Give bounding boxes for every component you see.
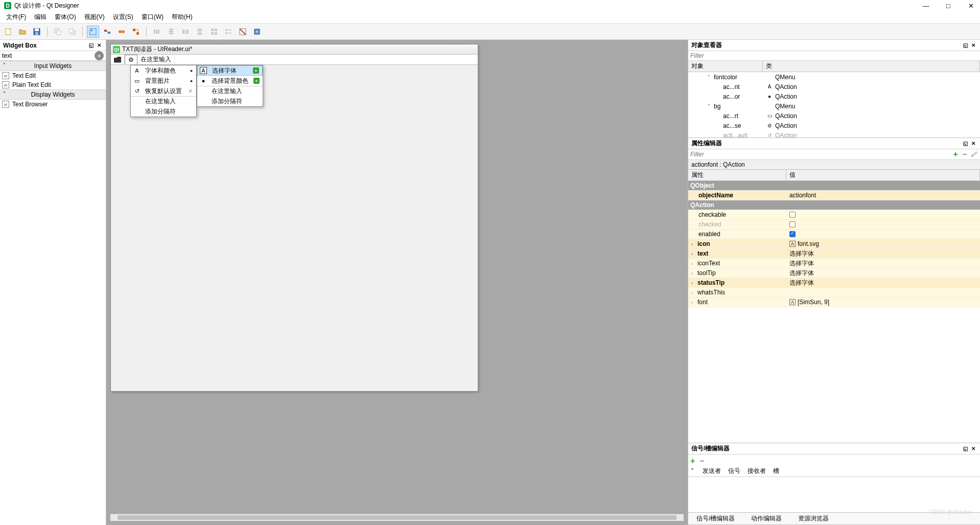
tab-resource-browser[interactable]: 资源浏览器 bbox=[795, 513, 832, 524]
widget-item[interactable]: aIText Browser bbox=[0, 100, 106, 109]
property-row[interactable]: objectNameactionfont bbox=[688, 191, 980, 200]
menu-item[interactable]: ↺恢复默认设置⨯ bbox=[131, 86, 196, 96]
designer-menu-type-here[interactable]: 在这里输入 bbox=[137, 55, 175, 64]
menu-file[interactable]: 文件(F) bbox=[2, 12, 30, 22]
designer-menu-gear-icon[interactable]: ⚙ bbox=[125, 55, 137, 64]
checkbox[interactable] bbox=[789, 231, 796, 237]
property-row[interactable]: ›whatsThis bbox=[688, 288, 980, 298]
checkbox[interactable] bbox=[789, 212, 796, 218]
property-group-header[interactable]: ˅QObject bbox=[688, 181, 980, 191]
property-row[interactable]: ›iconAfont.svg bbox=[688, 239, 980, 249]
clear-search-icon[interactable]: ✕ bbox=[95, 51, 104, 60]
tab-action-editor[interactable]: 动作编辑器 bbox=[748, 513, 785, 524]
menu-help[interactable]: 帮助(H) bbox=[168, 12, 197, 22]
layout-v-icon[interactable] bbox=[165, 26, 177, 38]
menu-form[interactable]: 窗体(O) bbox=[51, 12, 80, 22]
property-row[interactable]: checked bbox=[688, 220, 980, 230]
new-icon[interactable] bbox=[2, 26, 14, 38]
chevron-right-icon[interactable]: › bbox=[691, 261, 697, 266]
widget-section-header[interactable]: ˅Input Widgets bbox=[0, 61, 106, 71]
chevron-right-icon[interactable]: › bbox=[691, 290, 697, 295]
column-header-object[interactable]: 对象 bbox=[688, 61, 763, 72]
undock-icon[interactable]: ◱ bbox=[962, 445, 969, 452]
property-row[interactable]: enabled bbox=[688, 230, 980, 239]
object-tree-row[interactable]: ac...nt A QAction bbox=[688, 82, 980, 92]
close-panel-icon[interactable]: ✕ bbox=[970, 445, 977, 452]
close-button[interactable]: ✕ bbox=[966, 2, 976, 10]
checkbox[interactable] bbox=[789, 221, 796, 227]
menu-view[interactable]: 视图(V) bbox=[80, 12, 109, 22]
add-action-icon[interactable]: + bbox=[253, 78, 260, 84]
menu-item[interactable]: 添加分隔符 bbox=[197, 96, 263, 106]
chevron-right-icon[interactable]: › bbox=[691, 281, 697, 286]
menu-item[interactable]: 在这里输入 bbox=[131, 96, 196, 106]
configure-icon[interactable]: 🖉 bbox=[970, 150, 978, 158]
object-tree-row[interactable]: ac...se ⊘ QAction bbox=[688, 121, 980, 130]
edit-signals-icon[interactable] bbox=[101, 26, 113, 38]
add-action-icon[interactable]: + bbox=[253, 67, 259, 74]
menu-item[interactable]: 在这里输入 bbox=[197, 86, 263, 96]
menu-item[interactable]: 添加分隔符 bbox=[131, 106, 196, 117]
widget-box-search-input[interactable] bbox=[0, 51, 95, 60]
property-row[interactable]: ›text选择字体 bbox=[688, 249, 980, 259]
object-tree-row[interactable]: ˅ bg QMenu bbox=[688, 101, 980, 111]
object-tree-row[interactable]: acti...ault ↺ QAction bbox=[688, 130, 980, 138]
break-layout-icon[interactable] bbox=[237, 26, 249, 38]
menu-window[interactable]: 窗口(W) bbox=[137, 12, 168, 22]
open-icon[interactable] bbox=[16, 26, 29, 38]
widget-item[interactable]: aIText Edit bbox=[0, 71, 106, 80]
property-row[interactable]: ›toolTip选择字体 bbox=[688, 268, 980, 278]
column-header-property[interactable]: 属性 bbox=[688, 170, 786, 180]
property-filter-input[interactable] bbox=[690, 151, 950, 158]
adjust-size-icon[interactable] bbox=[251, 26, 263, 38]
object-tree-row[interactable]: ac...or ● QAction bbox=[688, 92, 980, 101]
chevron-right-icon[interactable]: › bbox=[691, 271, 697, 276]
layout-vsplit-icon[interactable] bbox=[194, 26, 206, 38]
property-group-header[interactable]: ˅QAction bbox=[688, 200, 980, 210]
designer-window[interactable]: Qt TXT阅读器 - UIReader.ui* ⚙ 在这里输入 A字体和颜色▸… bbox=[110, 44, 478, 392]
widget-section-header[interactable]: ˅Display Widgets bbox=[0, 89, 106, 100]
menu-item[interactable]: A字体和颜色▸ bbox=[131, 65, 196, 76]
menu-item[interactable]: ▭背景图片▸ bbox=[131, 76, 196, 86]
chevron-down-icon[interactable]: ˅ bbox=[708, 104, 714, 109]
object-inspector-filter-input[interactable] bbox=[688, 51, 980, 61]
close-panel-icon[interactable]: ✕ bbox=[96, 42, 103, 49]
layout-h-icon[interactable] bbox=[151, 26, 163, 38]
send-back-icon[interactable] bbox=[52, 26, 64, 38]
property-row[interactable]: ›iconText选择字体 bbox=[688, 259, 980, 268]
menu-item[interactable]: A选择字体+ bbox=[197, 65, 263, 76]
column-header-class[interactable]: 类 bbox=[763, 61, 980, 72]
edit-taborder-icon[interactable] bbox=[130, 26, 142, 38]
bring-front-icon[interactable] bbox=[66, 26, 78, 38]
column-sender[interactable]: 发送者 bbox=[703, 467, 721, 475]
column-receiver[interactable]: 接收者 bbox=[748, 467, 766, 475]
designer-menu-folder-icon[interactable] bbox=[111, 55, 125, 64]
layout-hsplit-icon[interactable] bbox=[179, 26, 192, 38]
chevron-down-icon[interactable]: ▾ bbox=[691, 467, 693, 475]
property-row[interactable]: ›statusTip选择字体 bbox=[688, 278, 980, 288]
menu-edit[interactable]: 编辑 bbox=[30, 12, 51, 22]
remove-property-icon[interactable]: − bbox=[961, 150, 969, 158]
tab-signal-slot[interactable]: 信号/槽编辑器 bbox=[693, 513, 738, 524]
property-row[interactable]: checkable bbox=[688, 210, 980, 220]
layout-form-icon[interactable] bbox=[222, 26, 235, 38]
edit-widgets-icon[interactable] bbox=[87, 26, 99, 38]
undock-icon[interactable]: ◱ bbox=[962, 42, 969, 49]
save-icon[interactable] bbox=[31, 26, 43, 38]
close-panel-icon[interactable]: ✕ bbox=[970, 140, 977, 147]
column-header-value[interactable]: 值 bbox=[786, 170, 980, 180]
widget-item[interactable]: aIPlain Text Edit bbox=[0, 80, 106, 89]
minimize-button[interactable]: — bbox=[921, 2, 931, 10]
layout-grid-icon[interactable] bbox=[208, 26, 220, 38]
edit-buddies-icon[interactable] bbox=[115, 26, 128, 38]
object-tree-row[interactable]: ˅ fontcolor QMenu bbox=[688, 72, 980, 82]
chevron-right-icon[interactable]: › bbox=[691, 300, 697, 305]
undock-icon[interactable]: ◱ bbox=[87, 42, 95, 49]
chevron-right-icon[interactable]: › bbox=[691, 252, 697, 257]
column-signal[interactable]: 信号 bbox=[728, 467, 740, 475]
undock-icon[interactable]: ◱ bbox=[962, 140, 969, 147]
horizontal-scrollbar[interactable] bbox=[110, 514, 684, 521]
chevron-down-icon[interactable]: ˅ bbox=[708, 75, 714, 80]
remove-connection-icon[interactable]: − bbox=[699, 456, 707, 464]
add-connection-icon[interactable]: + bbox=[690, 456, 697, 464]
